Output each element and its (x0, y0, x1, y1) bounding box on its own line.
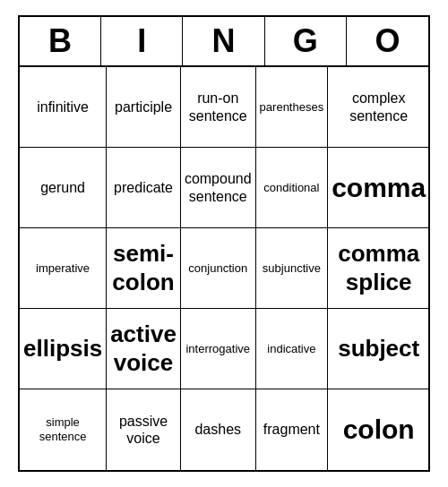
header-letter: B (20, 17, 101, 65)
cell-text: dashes (194, 421, 241, 438)
bingo-cell[interactable]: subjunctive (256, 228, 329, 309)
header-letter: O (347, 17, 428, 65)
bingo-cell[interactable]: predicate (107, 148, 181, 228)
cell-text: ellipsis (23, 335, 102, 363)
bingo-grid: infinitiveparticiplerun-on sentenceparen… (20, 67, 428, 470)
bingo-cell[interactable]: complex sentence (328, 67, 429, 148)
cell-text: semi-colon (110, 240, 177, 295)
bingo-cell[interactable]: compound sentence (181, 148, 256, 228)
bingo-cell[interactable]: parentheses (256, 67, 329, 148)
bingo-cell[interactable]: comma (328, 148, 429, 228)
bingo-cell[interactable]: indicative (256, 309, 329, 389)
cell-text: interrogative (185, 342, 250, 356)
cell-text: parentheses (260, 100, 324, 115)
bingo-cell[interactable]: conditional (256, 148, 329, 228)
bingo-card: BINGO infinitiveparticiplerun-on sentenc… (18, 15, 430, 472)
cell-text: passive voice (110, 413, 177, 447)
bingo-cell[interactable]: imperative (20, 228, 107, 309)
cell-text: imperative (36, 261, 90, 276)
bingo-cell[interactable]: dashes (181, 389, 256, 470)
bingo-header: BINGO (20, 17, 428, 67)
cell-text: infinitive (37, 98, 89, 115)
bingo-cell[interactable]: participle (107, 67, 181, 148)
cell-text: colon (343, 414, 415, 446)
bingo-cell[interactable]: infinitive (20, 67, 107, 148)
cell-text: comma splice (332, 240, 426, 295)
cell-text: gerund (40, 179, 85, 196)
cell-text: participle (115, 98, 172, 115)
cell-text: active voice (110, 320, 177, 376)
cell-text: indicative (267, 342, 315, 356)
bingo-cell[interactable]: conjunction (181, 228, 256, 309)
cell-text: complex sentence (332, 90, 426, 124)
bingo-cell[interactable]: fragment (256, 389, 329, 470)
bingo-cell[interactable]: active voice (107, 309, 181, 389)
cell-text: predicate (114, 179, 173, 196)
cell-text: run-on sentence (185, 90, 252, 124)
bingo-cell[interactable]: gerund (20, 148, 107, 228)
bingo-cell[interactable]: semi-colon (107, 228, 181, 309)
header-letter: G (265, 17, 347, 65)
bingo-cell[interactable]: comma splice (328, 228, 429, 309)
bingo-cell[interactable]: ellipsis (20, 309, 107, 389)
header-letter: I (101, 17, 183, 65)
cell-text: simple sentence (23, 415, 102, 443)
cell-text: subjunctive (263, 261, 321, 276)
bingo-cell[interactable]: interrogative (181, 309, 256, 389)
bingo-cell[interactable]: run-on sentence (181, 67, 256, 148)
bingo-cell[interactable]: colon (328, 389, 429, 470)
cell-text: conjunction (188, 261, 247, 276)
bingo-cell[interactable]: passive voice (107, 389, 181, 470)
cell-text: conditional (263, 181, 319, 195)
cell-text: comma (332, 172, 426, 204)
cell-text: compound sentence (185, 170, 252, 204)
bingo-cell[interactable]: subject (328, 309, 429, 389)
cell-text: fragment (263, 421, 320, 438)
header-letter: N (183, 17, 264, 65)
cell-text: subject (338, 335, 419, 363)
bingo-cell[interactable]: simple sentence (20, 389, 107, 470)
